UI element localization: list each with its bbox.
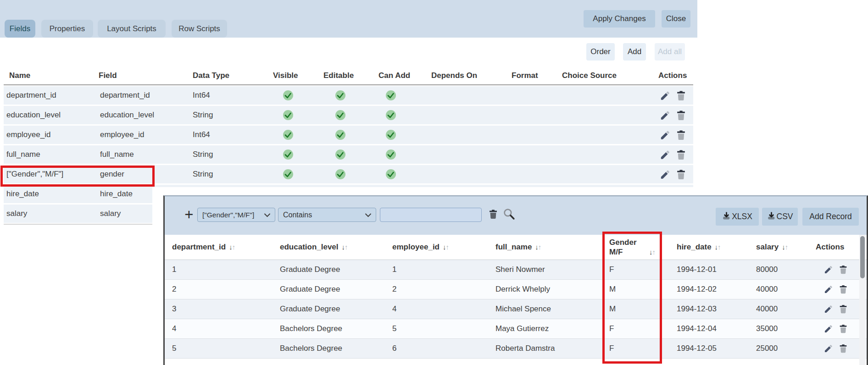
tab-row-scripts[interactable]: Row Scripts — [172, 20, 227, 38]
edit-icon[interactable] — [659, 110, 671, 121]
edit-icon[interactable] — [823, 304, 834, 314]
delete-icon[interactable] — [675, 110, 687, 121]
filter-field-select[interactable]: ["Gender","M/F"] — [197, 208, 275, 222]
delete-icon[interactable] — [675, 129, 687, 141]
field-field: salary — [100, 205, 121, 223]
cell-department-id: 5 — [172, 339, 176, 358]
sort-icon[interactable]: ↓↑ — [443, 243, 449, 251]
edit-icon[interactable] — [823, 343, 834, 354]
can-add-check-icon[interactable] — [386, 90, 396, 100]
cell-employee-id: 1 — [392, 260, 396, 279]
cell-full-name: Michael Spence — [495, 299, 551, 319]
cell-education-level: Graduate Degree — [280, 280, 340, 299]
editable-check-icon[interactable] — [335, 169, 345, 179]
edit-icon[interactable] — [823, 284, 834, 294]
editable-check-icon[interactable] — [335, 149, 345, 160]
sort-icon[interactable]: ↓↑ — [535, 243, 541, 251]
sort-header-employee-id[interactable]: employee_id↓↑ — [392, 235, 449, 260]
tab-fields[interactable]: Fields — [5, 20, 35, 38]
cell-department-id: 3 — [172, 299, 176, 319]
delete-icon[interactable] — [838, 343, 848, 354]
cell-employee-id: 4 — [392, 299, 396, 319]
gender-column-highlight-box — [602, 232, 662, 364]
visible-check-icon[interactable] — [283, 130, 293, 140]
edit-icon[interactable] — [659, 149, 671, 160]
sort-header-full-name[interactable]: full_name↓↑ — [495, 235, 541, 260]
visible-check-icon[interactable] — [283, 90, 293, 100]
visible-check-icon[interactable] — [283, 149, 293, 160]
data-row: 2 Graduate Degree 2 Derrick Whelply M 19… — [165, 280, 867, 299]
add-filter-plus-icon[interactable]: + — [182, 202, 196, 227]
edit-icon[interactable] — [823, 324, 834, 334]
tab-properties[interactable]: Properties — [41, 20, 93, 38]
field-row-education-level: education_level education_level String — [4, 106, 693, 124]
filter-search-input[interactable] — [380, 208, 482, 222]
cell-salary: 40000 — [756, 280, 778, 299]
field-data-type: String — [193, 145, 213, 164]
field-data-type: String — [193, 165, 213, 183]
can-add-check-icon[interactable] — [386, 130, 396, 140]
clear-filter-trash-icon[interactable] — [488, 208, 499, 221]
add-record-button[interactable]: Add Record — [802, 208, 859, 226]
editable-check-icon[interactable] — [335, 90, 345, 100]
editable-check-icon[interactable] — [335, 110, 345, 120]
edit-icon[interactable] — [659, 90, 671, 101]
delete-icon[interactable] — [838, 304, 848, 314]
editable-check-icon[interactable] — [335, 130, 345, 140]
delete-icon[interactable] — [838, 265, 848, 275]
field-row-department-id: department_id department_id Int64 — [4, 86, 693, 105]
data-row: 1 Graduate Degree 1 Sheri Nowmer F 1994-… — [165, 260, 867, 280]
sort-header-salary[interactable]: salary↓↑ — [756, 235, 788, 260]
col-header-visible: Visible — [273, 67, 298, 84]
sort-header-department-id[interactable]: department_id↓↑ — [172, 235, 235, 260]
can-add-check-icon[interactable] — [386, 169, 396, 179]
add-all-button-disabled: Add all — [655, 43, 685, 61]
sort-icon[interactable]: ↓↑ — [782, 243, 788, 251]
edit-icon[interactable] — [659, 169, 671, 180]
download-icon — [722, 211, 731, 222]
cell-department-id: 4 — [172, 319, 176, 338]
cell-hire-date: 1994-12-04 — [677, 319, 717, 338]
sort-header-education-level[interactable]: education_level↓↑ — [280, 235, 348, 260]
scrollbar-thumb[interactable] — [860, 236, 865, 278]
editor-header-bar: Fields Properties Layout Scripts Row Scr… — [0, 0, 697, 38]
sort-icon[interactable]: ↓↑ — [715, 243, 721, 251]
filter-field-value: ["Gender","M/F"] — [202, 211, 254, 219]
cell-employee-id: 5 — [392, 319, 396, 338]
edit-icon[interactable] — [823, 265, 834, 275]
add-button[interactable]: Add — [623, 43, 646, 61]
apply-changes-button[interactable]: Apply Changes — [584, 10, 655, 28]
export-csv-button[interactable]: CSV — [762, 208, 798, 226]
edit-icon[interactable] — [659, 129, 671, 141]
delete-icon[interactable] — [675, 149, 687, 160]
delete-icon[interactable] — [838, 284, 848, 294]
tab-layout-scripts[interactable]: Layout Scripts — [98, 20, 166, 38]
search-icon[interactable] — [503, 208, 515, 220]
col-header-depends-on: Depends On — [431, 67, 477, 84]
field-name: employee_id — [6, 126, 50, 144]
field-data-type: Int64 — [193, 86, 210, 105]
gender-field-highlight-box — [0, 166, 155, 187]
visible-check-icon[interactable] — [283, 110, 293, 120]
export-xlsx-button[interactable]: XLSX — [716, 208, 759, 226]
sort-icon[interactable]: ↓↑ — [342, 243, 348, 251]
filter-operator-select[interactable]: Contains — [278, 208, 376, 222]
col-header-can-add: Can Add — [378, 67, 410, 84]
cell-education-level: Bachelors Degree — [280, 319, 342, 338]
col-header-data-type: Data Type — [193, 67, 229, 84]
delete-icon[interactable] — [675, 90, 687, 101]
cell-department-id: 1 — [172, 260, 176, 279]
cell-full-name: Sheri Nowmer — [495, 260, 545, 279]
close-button[interactable]: Close — [662, 10, 690, 28]
order-button[interactable]: Order — [586, 43, 615, 61]
delete-icon[interactable] — [838, 324, 848, 334]
filter-toolbar: + ["Gender","M/F"] Contains XLSX — [165, 196, 867, 235]
can-add-check-icon[interactable] — [386, 110, 396, 120]
sort-icon[interactable]: ↓↑ — [229, 243, 235, 251]
visible-check-icon[interactable] — [283, 169, 293, 179]
field-field: employee_id — [100, 126, 144, 144]
can-add-check-icon[interactable] — [386, 149, 396, 160]
delete-icon[interactable] — [675, 169, 687, 180]
vertical-scrollbar[interactable] — [859, 235, 866, 365]
sort-header-hire-date[interactable]: hire_date↓↑ — [677, 235, 721, 260]
